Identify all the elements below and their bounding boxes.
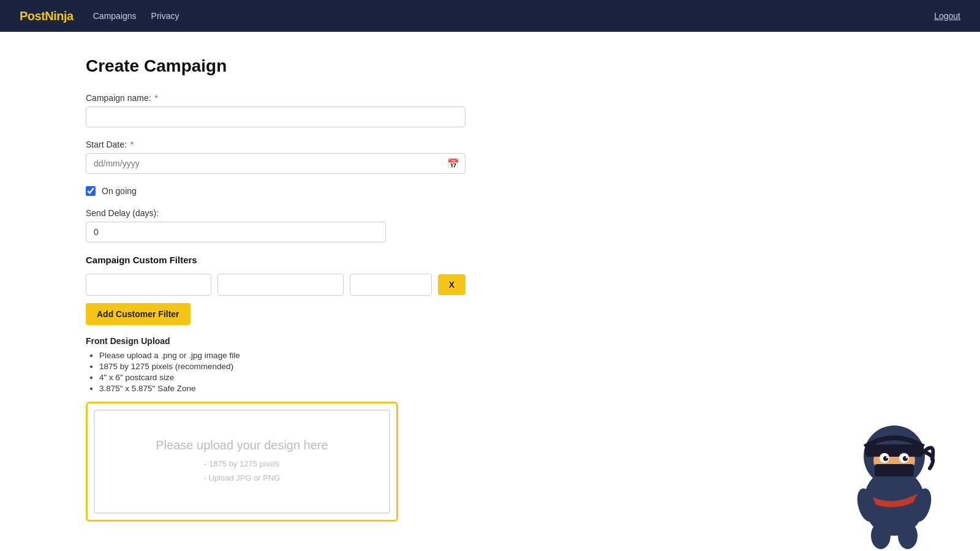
filter-row: Number of orders is equal to 1 X — [86, 274, 466, 296]
svg-point-11 — [854, 486, 880, 523]
send-delay-input[interactable] — [86, 222, 386, 242]
navbar: PostNinja Campaigns Privacy Logout — [0, 0, 980, 32]
send-delay-group: Send Delay (days): — [86, 208, 466, 242]
upload-area-outer: Please upload your design here - 1875 by… — [86, 402, 398, 522]
upload-instruction-2: 1875 by 1275 pixels (recommended) — [99, 362, 466, 371]
date-wrapper: 📅 — [86, 153, 466, 174]
logout-button[interactable]: Logout — [934, 11, 960, 21]
svg-rect-10 — [875, 464, 914, 476]
svg-point-14 — [898, 522, 918, 549]
filter-value-input[interactable]: 1 — [350, 274, 432, 296]
upload-instruction-4: 3.875" x 5.875" Safe Zone — [99, 384, 466, 393]
svg-point-7 — [903, 456, 908, 461]
custom-filters-section: Campaign Custom Filters Number of orders… — [86, 255, 466, 336]
site-logo: PostNinja — [20, 9, 74, 23]
ninja-mascot — [809, 392, 980, 551]
svg-point-4 — [880, 453, 889, 463]
svg-point-12 — [909, 486, 935, 523]
upload-placeholder-title: Please upload your design here — [156, 438, 328, 452]
filter-remove-button[interactable]: X — [438, 274, 466, 295]
nav-privacy-link[interactable]: Privacy — [151, 11, 179, 21]
filter-condition-input[interactable]: is equal to — [217, 274, 343, 296]
main-content: Create Campaign Campaign name: * Start D… — [0, 32, 551, 551]
filter-field-input[interactable]: Number of orders — [86, 274, 211, 296]
page-title: Create Campaign — [86, 56, 466, 76]
svg-point-8 — [886, 457, 888, 459]
upload-drop-zone[interactable]: Please upload your design here - 1875 by… — [94, 410, 390, 514]
custom-filters-title: Campaign Custom Filters — [86, 255, 466, 265]
ninja-svg — [815, 392, 974, 551]
campaign-name-group: Campaign name: * — [86, 93, 466, 127]
campaign-name-label: Campaign name: * — [86, 93, 466, 103]
svg-point-0 — [864, 468, 925, 536]
upload-instructions: Please upload a .png or .jpg image file … — [86, 351, 466, 393]
nav-links: Campaigns Privacy — [93, 11, 179, 21]
svg-point-13 — [871, 522, 891, 549]
ongoing-row: On going — [86, 186, 466, 196]
svg-point-6 — [883, 456, 888, 461]
ongoing-label: On going — [102, 186, 137, 196]
send-delay-label: Send Delay (days): — [86, 208, 466, 218]
ongoing-checkbox[interactable] — [86, 186, 96, 196]
campaign-name-input[interactable] — [86, 107, 466, 127]
svg-point-2 — [873, 444, 915, 476]
upload-title: Front Design Upload — [86, 336, 466, 346]
upload-instruction-1: Please upload a .png or .jpg image file — [99, 351, 466, 360]
svg-point-1 — [864, 425, 925, 487]
upload-placeholder-sub: - 1875 by 1275 pixels - Upload JPG or PN… — [204, 457, 281, 484]
nav-campaigns-link[interactable]: Campaigns — [93, 11, 137, 21]
required-star: * — [155, 93, 158, 103]
upload-instruction-3: 4" x 6" postcard size — [99, 373, 466, 382]
start-date-input[interactable] — [86, 153, 466, 174]
add-filter-button[interactable]: Add Customer Filter — [86, 303, 190, 325]
nav-left: PostNinja Campaigns Privacy — [20, 9, 179, 23]
required-star-date: * — [130, 140, 134, 149]
svg-point-9 — [906, 457, 908, 459]
start-date-label: Start Date: * — [86, 140, 466, 149]
page-wrapper: Create Campaign Campaign name: * Start D… — [0, 32, 980, 551]
svg-point-5 — [899, 453, 909, 463]
upload-section: Front Design Upload Please upload a .png… — [86, 336, 466, 522]
svg-rect-3 — [865, 444, 924, 457]
start-date-group: Start Date: * 📅 — [86, 140, 466, 174]
